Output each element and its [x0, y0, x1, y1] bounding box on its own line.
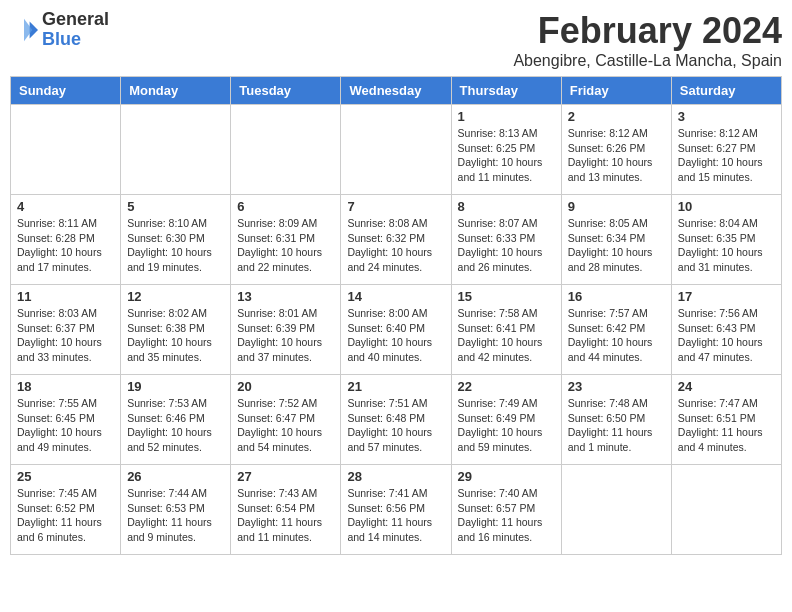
day-number: 19 [127, 379, 224, 394]
week-row-4: 18Sunrise: 7:55 AM Sunset: 6:45 PM Dayli… [11, 375, 782, 465]
day-info: Sunrise: 7:51 AM Sunset: 6:48 PM Dayligh… [347, 396, 444, 455]
calendar-cell: 11Sunrise: 8:03 AM Sunset: 6:37 PM Dayli… [11, 285, 121, 375]
day-info: Sunrise: 8:00 AM Sunset: 6:40 PM Dayligh… [347, 306, 444, 365]
calendar-cell: 10Sunrise: 8:04 AM Sunset: 6:35 PM Dayli… [671, 195, 781, 285]
day-info: Sunrise: 7:41 AM Sunset: 6:56 PM Dayligh… [347, 486, 444, 545]
day-info: Sunrise: 8:03 AM Sunset: 6:37 PM Dayligh… [17, 306, 114, 365]
logo-blue-text: Blue [42, 30, 109, 50]
header: General Blue February 2024 Abengibre, Ca… [10, 10, 782, 70]
day-info: Sunrise: 8:13 AM Sunset: 6:25 PM Dayligh… [458, 126, 555, 185]
week-row-3: 11Sunrise: 8:03 AM Sunset: 6:37 PM Dayli… [11, 285, 782, 375]
logo: General Blue [10, 10, 109, 50]
day-number: 3 [678, 109, 775, 124]
logo-icon [10, 16, 38, 44]
calendar-table: SundayMondayTuesdayWednesdayThursdayFrid… [10, 76, 782, 555]
calendar-cell: 6Sunrise: 8:09 AM Sunset: 6:31 PM Daylig… [231, 195, 341, 285]
column-header-friday: Friday [561, 77, 671, 105]
calendar-cell [561, 465, 671, 555]
calendar-cell [231, 105, 341, 195]
day-number: 24 [678, 379, 775, 394]
day-info: Sunrise: 8:10 AM Sunset: 6:30 PM Dayligh… [127, 216, 224, 275]
day-number: 11 [17, 289, 114, 304]
calendar-cell: 12Sunrise: 8:02 AM Sunset: 6:38 PM Dayli… [121, 285, 231, 375]
day-number: 21 [347, 379, 444, 394]
calendar-cell: 8Sunrise: 8:07 AM Sunset: 6:33 PM Daylig… [451, 195, 561, 285]
day-number: 8 [458, 199, 555, 214]
calendar-cell: 25Sunrise: 7:45 AM Sunset: 6:52 PM Dayli… [11, 465, 121, 555]
calendar-cell: 27Sunrise: 7:43 AM Sunset: 6:54 PM Dayli… [231, 465, 341, 555]
day-info: Sunrise: 7:48 AM Sunset: 6:50 PM Dayligh… [568, 396, 665, 455]
day-info: Sunrise: 8:12 AM Sunset: 6:27 PM Dayligh… [678, 126, 775, 185]
day-info: Sunrise: 8:07 AM Sunset: 6:33 PM Dayligh… [458, 216, 555, 275]
day-info: Sunrise: 8:02 AM Sunset: 6:38 PM Dayligh… [127, 306, 224, 365]
day-number: 10 [678, 199, 775, 214]
calendar-cell: 20Sunrise: 7:52 AM Sunset: 6:47 PM Dayli… [231, 375, 341, 465]
week-row-5: 25Sunrise: 7:45 AM Sunset: 6:52 PM Dayli… [11, 465, 782, 555]
calendar-cell: 9Sunrise: 8:05 AM Sunset: 6:34 PM Daylig… [561, 195, 671, 285]
calendar-cell: 7Sunrise: 8:08 AM Sunset: 6:32 PM Daylig… [341, 195, 451, 285]
day-number: 9 [568, 199, 665, 214]
column-header-tuesday: Tuesday [231, 77, 341, 105]
day-info: Sunrise: 8:08 AM Sunset: 6:32 PM Dayligh… [347, 216, 444, 275]
day-number: 17 [678, 289, 775, 304]
calendar-subtitle: Abengibre, Castille-La Mancha, Spain [513, 52, 782, 70]
calendar-cell: 2Sunrise: 8:12 AM Sunset: 6:26 PM Daylig… [561, 105, 671, 195]
calendar-cell: 29Sunrise: 7:40 AM Sunset: 6:57 PM Dayli… [451, 465, 561, 555]
day-number: 18 [17, 379, 114, 394]
calendar-cell: 1Sunrise: 8:13 AM Sunset: 6:25 PM Daylig… [451, 105, 561, 195]
day-info: Sunrise: 8:12 AM Sunset: 6:26 PM Dayligh… [568, 126, 665, 185]
day-number: 7 [347, 199, 444, 214]
column-header-saturday: Saturday [671, 77, 781, 105]
column-header-thursday: Thursday [451, 77, 561, 105]
day-info: Sunrise: 8:11 AM Sunset: 6:28 PM Dayligh… [17, 216, 114, 275]
calendar-cell [11, 105, 121, 195]
day-info: Sunrise: 7:47 AM Sunset: 6:51 PM Dayligh… [678, 396, 775, 455]
day-number: 6 [237, 199, 334, 214]
calendar-cell: 24Sunrise: 7:47 AM Sunset: 6:51 PM Dayli… [671, 375, 781, 465]
day-info: Sunrise: 8:05 AM Sunset: 6:34 PM Dayligh… [568, 216, 665, 275]
calendar-cell: 13Sunrise: 8:01 AM Sunset: 6:39 PM Dayli… [231, 285, 341, 375]
calendar-cell: 26Sunrise: 7:44 AM Sunset: 6:53 PM Dayli… [121, 465, 231, 555]
calendar-cell: 17Sunrise: 7:56 AM Sunset: 6:43 PM Dayli… [671, 285, 781, 375]
day-info: Sunrise: 7:55 AM Sunset: 6:45 PM Dayligh… [17, 396, 114, 455]
calendar-cell [341, 105, 451, 195]
column-header-wednesday: Wednesday [341, 77, 451, 105]
day-info: Sunrise: 7:43 AM Sunset: 6:54 PM Dayligh… [237, 486, 334, 545]
day-info: Sunrise: 7:57 AM Sunset: 6:42 PM Dayligh… [568, 306, 665, 365]
calendar-cell: 18Sunrise: 7:55 AM Sunset: 6:45 PM Dayli… [11, 375, 121, 465]
day-number: 16 [568, 289, 665, 304]
day-number: 25 [17, 469, 114, 484]
day-info: Sunrise: 7:58 AM Sunset: 6:41 PM Dayligh… [458, 306, 555, 365]
calendar-cell [671, 465, 781, 555]
day-number: 26 [127, 469, 224, 484]
day-number: 15 [458, 289, 555, 304]
calendar-cell: 14Sunrise: 8:00 AM Sunset: 6:40 PM Dayli… [341, 285, 451, 375]
day-number: 27 [237, 469, 334, 484]
calendar-header-row: SundayMondayTuesdayWednesdayThursdayFrid… [11, 77, 782, 105]
day-number: 13 [237, 289, 334, 304]
calendar-cell: 5Sunrise: 8:10 AM Sunset: 6:30 PM Daylig… [121, 195, 231, 285]
day-number: 28 [347, 469, 444, 484]
calendar-cell: 21Sunrise: 7:51 AM Sunset: 6:48 PM Dayli… [341, 375, 451, 465]
svg-marker-1 [24, 19, 32, 41]
logo-text: General Blue [42, 10, 109, 50]
calendar-cell: 4Sunrise: 8:11 AM Sunset: 6:28 PM Daylig… [11, 195, 121, 285]
day-info: Sunrise: 7:52 AM Sunset: 6:47 PM Dayligh… [237, 396, 334, 455]
calendar-cell: 16Sunrise: 7:57 AM Sunset: 6:42 PM Dayli… [561, 285, 671, 375]
day-number: 29 [458, 469, 555, 484]
day-info: Sunrise: 8:04 AM Sunset: 6:35 PM Dayligh… [678, 216, 775, 275]
day-info: Sunrise: 7:53 AM Sunset: 6:46 PM Dayligh… [127, 396, 224, 455]
day-number: 4 [17, 199, 114, 214]
calendar-cell: 28Sunrise: 7:41 AM Sunset: 6:56 PM Dayli… [341, 465, 451, 555]
day-number: 20 [237, 379, 334, 394]
calendar-cell: 19Sunrise: 7:53 AM Sunset: 6:46 PM Dayli… [121, 375, 231, 465]
day-info: Sunrise: 8:09 AM Sunset: 6:31 PM Dayligh… [237, 216, 334, 275]
day-number: 23 [568, 379, 665, 394]
day-number: 5 [127, 199, 224, 214]
day-number: 12 [127, 289, 224, 304]
logo-general-text: General [42, 10, 109, 30]
calendar-cell: 15Sunrise: 7:58 AM Sunset: 6:41 PM Dayli… [451, 285, 561, 375]
day-info: Sunrise: 7:44 AM Sunset: 6:53 PM Dayligh… [127, 486, 224, 545]
week-row-2: 4Sunrise: 8:11 AM Sunset: 6:28 PM Daylig… [11, 195, 782, 285]
day-number: 22 [458, 379, 555, 394]
